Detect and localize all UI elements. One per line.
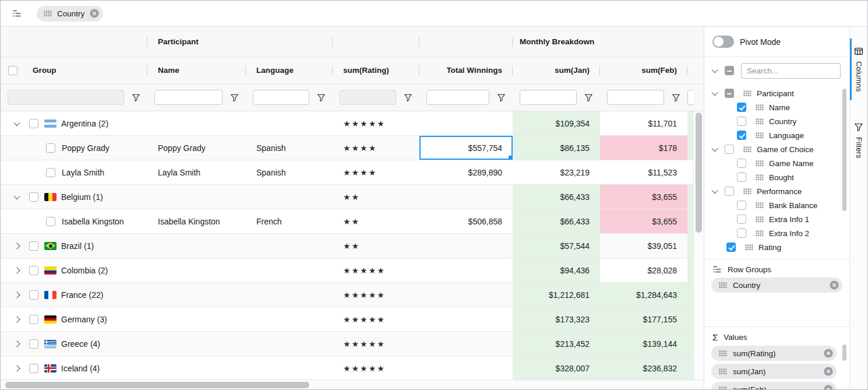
feb-cell[interactable]: $236,832: [600, 356, 687, 380]
tab-filters[interactable]: Filters: [850, 117, 867, 164]
close-icon[interactable]: [824, 349, 833, 358]
group-cell[interactable]: Germany(3): [1, 307, 147, 331]
group-cell[interactable]: Poppy Grady: [1, 136, 147, 160]
language-cell[interactable]: [246, 234, 333, 258]
row-expand-icon-wrap[interactable]: [13, 121, 20, 126]
group-cell[interactable]: Greece(4): [1, 332, 147, 356]
tree-checkbox[interactable]: [737, 117, 746, 126]
grip-icon[interactable]: [743, 146, 751, 153]
rating-cell[interactable]: ★★★★★: [333, 332, 419, 356]
language-cell[interactable]: [246, 111, 333, 135]
grip-icon[interactable]: [756, 202, 764, 209]
row-checkbox[interactable]: [29, 192, 38, 202]
tree-item[interactable]: Name: [704, 100, 849, 114]
winnings-cell[interactable]: $557,754: [419, 136, 513, 160]
jan-cell[interactable]: $173,323: [513, 307, 600, 331]
grip-icon[interactable]: [719, 387, 727, 390]
language-cell[interactable]: [246, 283, 333, 307]
feb-cell[interactable]: $1,284,643: [600, 283, 687, 307]
name-filter-input[interactable]: [154, 90, 223, 105]
row-checkbox[interactable]: [29, 290, 38, 300]
value-chip[interactable]: sum(Jan): [711, 364, 837, 379]
feb-cell[interactable]: $28,028: [600, 258, 687, 282]
feb-cell[interactable]: $3,655: [600, 185, 687, 209]
row-checkbox[interactable]: [46, 143, 55, 153]
group-cell[interactable]: Isabella Kingston: [1, 209, 147, 233]
grip-icon[interactable]: [756, 118, 764, 125]
rating-cell[interactable]: ★★: [333, 209, 419, 233]
funnel-icon[interactable]: [230, 93, 239, 102]
tree-item[interactable]: Participant: [704, 86, 849, 100]
winnings-cell[interactable]: [419, 258, 513, 282]
pivot-mode-toggle[interactable]: [712, 36, 734, 48]
winnings-cell[interactable]: [419, 185, 513, 209]
tree-checkbox[interactable]: [725, 187, 734, 196]
row-checkbox[interactable]: [29, 241, 38, 251]
rating-cell[interactable]: ★★★★★: [333, 307, 419, 331]
group-cell[interactable]: Argentina(2): [1, 111, 147, 135]
collapse-all-icon[interactable]: [711, 66, 718, 73]
winnings-cell[interactable]: [419, 111, 513, 135]
jan-cell[interactable]: $57,544: [513, 234, 600, 258]
close-icon[interactable]: [824, 367, 833, 376]
winnings-cell[interactable]: [419, 356, 513, 380]
name-cell[interactable]: Layla Smith: [147, 160, 246, 184]
grip-icon[interactable]: [743, 188, 751, 195]
jan-cell[interactable]: $66,433: [513, 209, 600, 233]
row-checkbox[interactable]: [29, 119, 38, 128]
jan-cell[interactable]: $109,354: [513, 111, 600, 135]
row-expand-icon[interactable]: [13, 291, 20, 298]
feb-filter-input[interactable]: [607, 90, 664, 105]
row-expand-icon[interactable]: [13, 119, 20, 125]
row-expand-icon[interactable]: [13, 192, 20, 199]
vertical-scrollbar-thumb[interactable]: [696, 113, 702, 233]
row-expand-icon[interactable]: [13, 316, 20, 322]
row-expand-icon-wrap[interactable]: [13, 293, 20, 297]
row-checkbox[interactable]: [29, 364, 38, 373]
grip-icon[interactable]: [719, 282, 727, 289]
row-expand-icon-wrap[interactable]: [13, 195, 20, 199]
funnel-icon[interactable]: [584, 93, 593, 102]
jan-cell[interactable]: $328,007: [513, 356, 600, 380]
values-scrollbar-thumb[interactable]: [842, 345, 846, 361]
language-cell[interactable]: [246, 185, 333, 209]
tree-checkbox[interactable]: [737, 229, 746, 238]
feb-cell[interactable]: $178: [600, 136, 687, 160]
language-filter-input[interactable]: [253, 90, 309, 105]
rating-cell[interactable]: ★★★★★: [333, 111, 419, 135]
grip-icon[interactable]: [756, 174, 764, 181]
funnel-icon[interactable]: [404, 93, 412, 102]
rating-cell[interactable]: ★★★★★: [333, 356, 419, 380]
row-checkbox[interactable]: [29, 315, 38, 324]
horizontal-scrollbar[interactable]: [1, 380, 704, 389]
rating-cell[interactable]: ★★: [333, 185, 419, 209]
winnings-cell[interactable]: [419, 307, 513, 331]
row-checkbox[interactable]: [46, 168, 55, 177]
rating-cell[interactable]: ★★★★: [333, 160, 419, 184]
grip-icon[interactable]: [756, 160, 764, 167]
feb-cell[interactable]: $39,051: [600, 234, 687, 258]
group-chip-country[interactable]: Country: [37, 6, 103, 22]
winnings-cell[interactable]: $506,858: [419, 209, 513, 233]
language-cell[interactable]: [246, 307, 333, 331]
jan-filter-input[interactable]: [520, 90, 577, 105]
header-jan-column[interactable]: sum(Jan): [513, 57, 600, 83]
grip-icon[interactable]: [44, 10, 52, 17]
grip-icon[interactable]: [743, 90, 751, 97]
grip-icon[interactable]: [756, 132, 764, 139]
row-expand-icon[interactable]: [13, 267, 20, 273]
group-cell[interactable]: Colombia(2): [1, 258, 147, 282]
tree-checkbox[interactable]: [737, 131, 746, 140]
row-group-chip[interactable]: Country: [711, 277, 842, 293]
column-search-input[interactable]: [741, 63, 841, 79]
jan-cell[interactable]: $94,436: [513, 258, 600, 282]
header-language-column[interactable]: Language: [246, 57, 333, 83]
tree-item[interactable]: Performance: [704, 184, 849, 198]
winnings-filter-input[interactable]: [426, 90, 489, 105]
name-cell[interactable]: Poppy Grady: [147, 136, 246, 160]
name-cell[interactable]: Isabella Kingston: [147, 209, 246, 233]
name-cell[interactable]: [147, 258, 246, 282]
language-cell[interactable]: [246, 356, 333, 380]
value-chip[interactable]: sum(Feb): [711, 382, 837, 389]
tree-checkbox[interactable]: [726, 243, 736, 252]
